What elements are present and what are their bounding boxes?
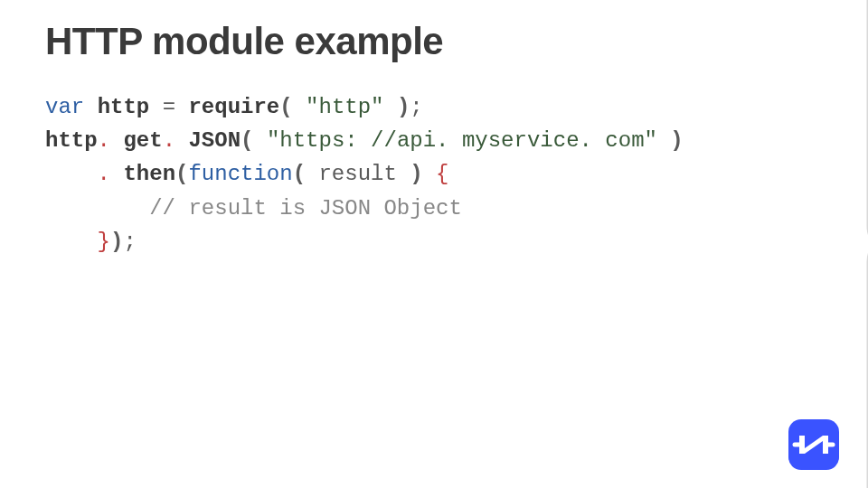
- string-http: "http": [306, 95, 383, 119]
- comment: // result is JSON Object: [149, 196, 462, 221]
- paren-open: (: [293, 162, 306, 186]
- keyword-function: function: [188, 162, 292, 186]
- dot: .: [98, 162, 124, 186]
- paren-open: (: [241, 128, 253, 153]
- ident-json: JSON: [188, 128, 241, 153]
- paren-close: ): [110, 230, 123, 254]
- code-line-2: http. get. JSON( "https: //api. myservic…: [45, 128, 684, 153]
- slide-title: HTTP module example: [45, 20, 823, 63]
- dot: .: [98, 128, 124, 153]
- nativescript-logo-icon: [787, 418, 841, 472]
- ident-http: http: [98, 95, 150, 119]
- ident-then: then: [123, 162, 175, 186]
- code-line-3: . then(function( result ) {: [45, 162, 449, 186]
- code-line-5: });: [45, 230, 137, 254]
- code-block: var http = require( "http" ); http. get.…: [45, 90, 823, 258]
- ident-require: require: [188, 95, 279, 119]
- ident-http: http: [45, 128, 98, 153]
- paren-open: (: [175, 162, 188, 186]
- keyword-var: var: [45, 95, 84, 119]
- semicolon: ;: [123, 230, 136, 254]
- semicolon: ;: [410, 95, 422, 119]
- paren-open: (: [279, 95, 292, 119]
- ident-get: get: [123, 128, 162, 153]
- code-line-1: var http = require( "http" );: [45, 95, 423, 119]
- slide: HTTP module example var http = require( …: [0, 0, 868, 488]
- ident-result: result: [318, 162, 396, 186]
- brace-close: }: [98, 230, 110, 254]
- right-edge-decoration: [848, 0, 868, 488]
- paren-close: ): [397, 95, 410, 119]
- code-line-4: // result is JSON Object: [45, 196, 462, 221]
- brace-open: {: [436, 162, 448, 186]
- dot: .: [163, 128, 189, 153]
- op-eq: =: [163, 95, 175, 119]
- paren-close: ): [670, 128, 683, 153]
- paren-close: ): [410, 162, 422, 186]
- string-url: "https: //api. myservice. com": [267, 128, 657, 153]
